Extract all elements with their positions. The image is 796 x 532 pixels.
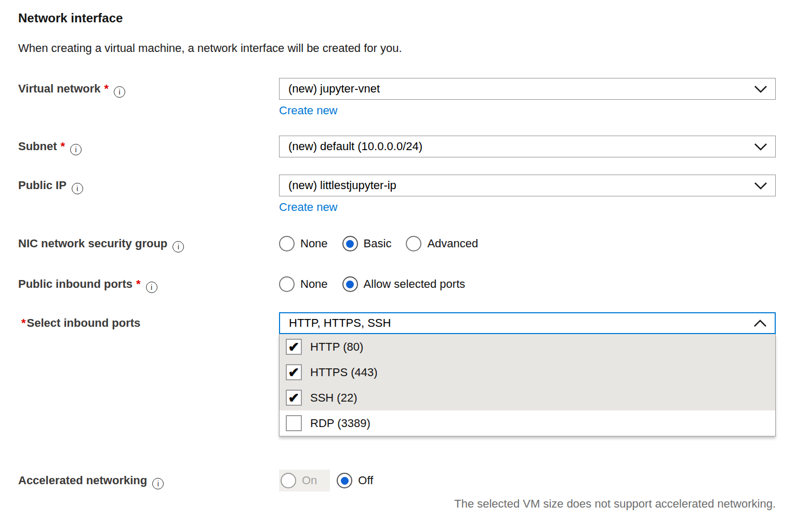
section-title: Network interface	[18, 11, 776, 25]
select-inbound-ports-combobox[interactable]: HTTP, HTTPS, SSH	[279, 312, 776, 334]
info-icon[interactable]: i	[146, 282, 157, 293]
radio-circle	[279, 236, 295, 251]
radio-label: Advanced	[427, 237, 478, 250]
info-glyph: i	[75, 146, 77, 153]
inbound-ports-dropdown-panel: ✔ HTTP (80) ✔ HTTPS (443) ✔ SSH (22) ✔ R…	[279, 334, 776, 436]
inbound-option-none[interactable]: None	[279, 276, 328, 292]
public-inbound-ports-radio-group: None Allow selected ports	[279, 273, 776, 295]
checkmark-glyph: ✔	[288, 340, 300, 354]
radio-circle-disabled	[281, 473, 296, 488]
virtual-network-create-new-link[interactable]: Create new	[279, 104, 338, 117]
accelerated-networking-label: Accelerated networking	[18, 474, 147, 487]
radio-label: None	[300, 277, 328, 291]
checkbox-unchecked-icon[interactable]: ✔	[286, 415, 302, 431]
required-asterisk: *	[21, 316, 26, 329]
subnet-row: Subnet*i (new) default (10.0.0.0/24)	[18, 136, 776, 157]
inbound-option-allow-selected[interactable]: Allow selected ports	[342, 276, 466, 292]
info-glyph: i	[151, 284, 152, 291]
accelerated-networking-note: The selected VM size does not support ac…	[279, 497, 776, 511]
subnet-dropdown[interactable]: (new) default (10.0.0.0/24)	[279, 136, 776, 157]
network-interface-section: Network interface When creating a virtua…	[0, 0, 796, 511]
select-inbound-ports-row: *Select inbound ports HTTP, HTTPS, SSH ✔…	[18, 312, 776, 436]
checkbox-checked-icon[interactable]: ✔	[286, 339, 302, 355]
accelerated-networking-radio-group: On Off	[279, 470, 776, 491]
info-icon[interactable]: i	[70, 144, 82, 155]
select-inbound-ports-label-group: *Select inbound ports	[18, 312, 279, 334]
accelerated-networking-row: Accelerated networkingi On Off The selec…	[18, 470, 776, 511]
subnet-value: (new) default (10.0.0.0/24)	[288, 140, 422, 153]
info-icon[interactable]: i	[173, 241, 184, 252]
select-inbound-ports-value: HTTP, HTTPS, SSH	[289, 316, 391, 330]
chevron-down-icon	[754, 143, 767, 151]
checkmark-glyph: ✔	[288, 391, 300, 405]
info-icon[interactable]: i	[114, 86, 125, 98]
public-ip-value: (new) littlestjupyter-ip	[288, 179, 396, 192]
port-option-label: RDP (3389)	[310, 417, 370, 430]
radio-label: On	[302, 474, 317, 487]
public-ip-row: Public IPi (new) littlestjupyter-ip Crea…	[18, 175, 776, 214]
public-inbound-ports-label-group: Public inbound ports*i	[18, 273, 279, 295]
chevron-down-icon	[754, 182, 767, 190]
radio-label: Basic	[364, 237, 392, 250]
public-ip-create-new-link[interactable]: Create new	[279, 201, 338, 214]
info-glyph: i	[76, 185, 78, 192]
subnet-label-group: Subnet*i	[18, 136, 279, 157]
info-icon[interactable]: i	[72, 183, 83, 194]
port-option-http[interactable]: ✔ HTTP (80)	[280, 334, 775, 360]
public-inbound-ports-row: Public inbound ports*i None Allow select…	[18, 273, 776, 295]
nic-nsg-option-none[interactable]: None	[279, 236, 328, 251]
port-option-label: HTTPS (443)	[310, 366, 378, 379]
required-asterisk: *	[136, 277, 141, 290]
public-inbound-ports-label: Public inbound ports	[18, 277, 132, 290]
radio-circle-selected	[342, 236, 358, 251]
nic-nsg-option-basic[interactable]: Basic	[342, 236, 392, 251]
port-option-label: SSH (22)	[310, 391, 357, 405]
virtual-network-label: Virtual network	[18, 82, 101, 95]
nic-nsg-option-advanced[interactable]: Advanced	[406, 236, 478, 251]
accelerated-option-on: On	[279, 470, 330, 491]
radio-circle	[406, 236, 421, 251]
radio-label: None	[300, 237, 328, 250]
public-ip-dropdown[interactable]: (new) littlestjupyter-ip	[279, 175, 776, 196]
port-option-https[interactable]: ✔ HTTPS (443)	[280, 360, 775, 385]
virtual-network-row: Virtual network*i (new) jupyter-vnet Cre…	[18, 78, 776, 117]
virtual-network-dropdown[interactable]: (new) jupyter-vnet	[279, 78, 776, 100]
chevron-down-icon	[754, 85, 767, 93]
virtual-network-label-group: Virtual network*i	[18, 78, 279, 100]
select-inbound-ports-label: Select inbound ports	[27, 316, 141, 329]
nic-nsg-label-group: NIC network security groupi	[18, 233, 279, 255]
info-glyph: i	[119, 88, 121, 96]
radio-label: Allow selected ports	[364, 277, 466, 291]
public-ip-control: (new) littlestjupyter-ip Create new	[279, 175, 776, 214]
virtual-network-control: (new) jupyter-vnet Create new	[279, 78, 776, 117]
port-option-label: HTTP (80)	[310, 340, 363, 354]
port-option-ssh[interactable]: ✔ SSH (22)	[280, 385, 775, 410]
port-option-rdp[interactable]: ✔ RDP (3389)	[280, 410, 775, 436]
chevron-up-icon	[753, 320, 767, 327]
accelerated-networking-label-group: Accelerated networkingi	[18, 470, 279, 491]
nic-nsg-label: NIC network security group	[18, 237, 167, 250]
nic-nsg-radio-group: None Basic Advanced	[279, 233, 776, 255]
info-glyph: i	[157, 480, 159, 487]
nic-nsg-row: NIC network security groupi None Basic A…	[18, 233, 776, 255]
public-ip-label: Public IP	[18, 179, 67, 192]
checkbox-checked-icon[interactable]: ✔	[286, 390, 302, 406]
subnet-label: Subnet	[18, 140, 57, 153]
radio-circle	[279, 276, 295, 292]
subnet-control: (new) default (10.0.0.0/24)	[279, 136, 776, 157]
radio-circle-selected	[337, 473, 352, 488]
select-inbound-ports-control: HTTP, HTTPS, SSH ✔ HTTP (80) ✔ HTTPS (44…	[279, 312, 776, 436]
radio-label: Off	[358, 474, 373, 487]
public-ip-label-group: Public IPi	[18, 175, 279, 196]
checkmark-glyph: ✔	[288, 366, 300, 379]
info-icon[interactable]: i	[152, 478, 164, 489]
required-asterisk: *	[61, 140, 65, 153]
section-description: When creating a virtual machine, a netwo…	[18, 41, 776, 55]
required-asterisk: *	[104, 82, 109, 95]
radio-circle-selected	[342, 276, 358, 292]
accelerated-option-off[interactable]: Off	[337, 473, 373, 488]
checkbox-checked-icon[interactable]: ✔	[286, 364, 302, 380]
virtual-network-value: (new) jupyter-vnet	[288, 82, 380, 96]
accelerated-networking-control: On Off The selected VM size does not sup…	[279, 470, 776, 511]
info-glyph: i	[178, 243, 179, 250]
